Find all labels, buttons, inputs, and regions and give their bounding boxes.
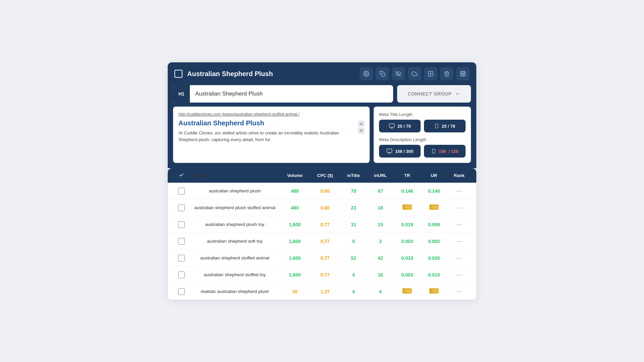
cpc-4: 0.77	[310, 255, 340, 261]
cloud-button[interactable]	[408, 67, 421, 80]
header-rank: Rank	[447, 173, 471, 178]
mobile-title-metric[interactable]: 25 / 78	[424, 120, 466, 132]
ur-0: 0.140	[421, 188, 447, 194]
desktop-title-metric[interactable]: 25 / 70	[379, 120, 421, 132]
rank-0: —	[447, 187, 471, 194]
gear-button[interactable]	[360, 67, 373, 80]
tr-5: 0.003	[394, 272, 421, 278]
main-container: Australian Shepherd Plush	[168, 62, 476, 300]
content-area: H1 CONNECT GROUP http://cuddleclones.com…	[168, 85, 476, 168]
intitle-5: 4	[340, 272, 367, 278]
h1-badge: H1	[173, 85, 190, 103]
volume-0: 480	[280, 188, 310, 194]
header-tr: TR	[394, 173, 421, 178]
svg-rect-12	[387, 149, 392, 153]
tr-6	[394, 288, 421, 295]
header-left: Australian Shepherd Plush	[174, 70, 273, 78]
table-row: australian shepherd stuffed animal 1,600…	[168, 250, 476, 266]
row-checkbox-0[interactable]	[178, 188, 185, 194]
row-checkbox-5[interactable]	[178, 272, 185, 278]
header-intitle: inTitle	[340, 173, 367, 178]
meta-title-label: Meta Title Length	[379, 112, 466, 117]
tr-4: 0.033	[394, 255, 421, 261]
meta-desc-row: 158 / 300 158 / 120	[379, 145, 466, 158]
intitle-1: 23	[340, 205, 367, 210]
save-button[interactable]	[456, 67, 470, 80]
page-title: Australian Shepherd Plush	[187, 70, 273, 78]
volume-3: 1,600	[280, 239, 310, 244]
svg-point-0	[366, 73, 367, 75]
keyword-6: realistic australian shepherd plush	[190, 289, 280, 294]
row-checkbox-1[interactable]	[178, 204, 185, 211]
volume-6: 30	[280, 289, 310, 294]
h1-title-input[interactable]	[190, 85, 393, 103]
inurl-0: 67	[367, 188, 394, 194]
ur-6	[421, 288, 447, 295]
eye-off-button[interactable]	[392, 67, 405, 80]
table-row: australian shepherd soft toy 1,600 0.77 …	[168, 233, 476, 250]
cpc-5: 0.77	[310, 272, 340, 278]
svg-rect-15	[432, 149, 435, 153]
header-volume: Volume	[280, 173, 310, 178]
cpc-0: 0.60	[310, 188, 340, 194]
desktop-desc-metric[interactable]: 158 / 300	[379, 145, 421, 158]
rank-6: —	[447, 288, 471, 295]
table-row: australian shepherd plush toy 1,600 0.77…	[168, 216, 476, 233]
header-icons	[360, 67, 470, 80]
svg-rect-5	[462, 71, 464, 73]
rank-4: —	[447, 254, 471, 261]
intitle-4: 52	[340, 255, 367, 261]
trash-button[interactable]	[440, 67, 453, 80]
row-checkbox-4[interactable]	[178, 255, 185, 261]
volume-4: 1,600	[280, 255, 310, 261]
header-cpc: CPC ($)	[310, 173, 340, 178]
copy-button[interactable]	[376, 67, 389, 80]
header-checkbox[interactable]	[174, 70, 182, 78]
keyword-5: australian shepherd stuffed toy	[190, 272, 280, 277]
connect-group-button[interactable]: CONNECT GROUP	[397, 85, 471, 103]
table-row: australian shepherd plush 480 0.60 70 67…	[168, 183, 476, 199]
inurl-3: 3	[367, 239, 394, 244]
volume-2: 1,600	[280, 222, 310, 227]
rank-1: —	[447, 204, 471, 211]
row-checkbox-2[interactable]	[178, 221, 185, 228]
header-keyword: Keyword	[190, 173, 280, 178]
rank-3: —	[447, 238, 471, 245]
row-checkbox-3[interactable]	[178, 238, 185, 245]
rank-5: —	[447, 271, 471, 278]
row-checkbox-6[interactable]	[178, 288, 185, 295]
rank-2: —	[447, 221, 471, 228]
metrics-card: Meta Title Length 25 / 70 25 / 78 Meta D	[374, 107, 471, 163]
scroll-down-button[interactable]: ▼	[358, 128, 364, 134]
keywords-table: Keyword Volume CPC ($) inTitle inURL TR …	[168, 168, 476, 300]
header-ur: UR	[421, 173, 447, 178]
intitle-0: 70	[340, 188, 367, 194]
ur-gold-icon-6	[429, 288, 439, 294]
intitle-2: 31	[340, 222, 367, 227]
meta-desc-section: Meta Description Length 158 / 300 158 / …	[379, 137, 466, 158]
ur-4: 0.026	[421, 255, 447, 261]
inurl-4: 42	[367, 255, 394, 261]
table-row: australian shepherd plush stuffed animal…	[168, 199, 476, 216]
cpc-2: 0.77	[310, 222, 340, 227]
volume-5: 1,600	[280, 272, 310, 278]
tr-gold-icon-6	[402, 288, 412, 294]
h1-row: H1 CONNECT GROUP	[173, 85, 471, 103]
svg-rect-1	[382, 73, 385, 76]
h1-input-wrapper: H1	[173, 85, 393, 103]
ur-5: 0.010	[421, 272, 447, 278]
cpc-1: 0.60	[310, 205, 340, 210]
intitle-6: 4	[340, 289, 367, 294]
ur-1	[421, 204, 447, 211]
meta-title-row: 25 / 70 25 / 78	[379, 120, 466, 132]
svg-rect-6	[462, 74, 464, 76]
mobile-desc-metric[interactable]: 158 / 120	[424, 145, 466, 158]
table-row: realistic australian shepherd plush 30 1…	[168, 283, 476, 300]
meta-title-section: Meta Title Length 25 / 70 25 / 78	[379, 112, 466, 132]
ai-button[interactable]	[424, 67, 437, 80]
preview-metrics-row: http://cuddleclones.com /pages/australia…	[173, 107, 471, 163]
table-row: australian shepherd stuffed toy 1,600 0.…	[168, 266, 476, 283]
tr-2: 0.019	[394, 222, 421, 227]
ur-2: 0.009	[421, 222, 447, 227]
scroll-up-button[interactable]: ▲	[358, 121, 364, 127]
